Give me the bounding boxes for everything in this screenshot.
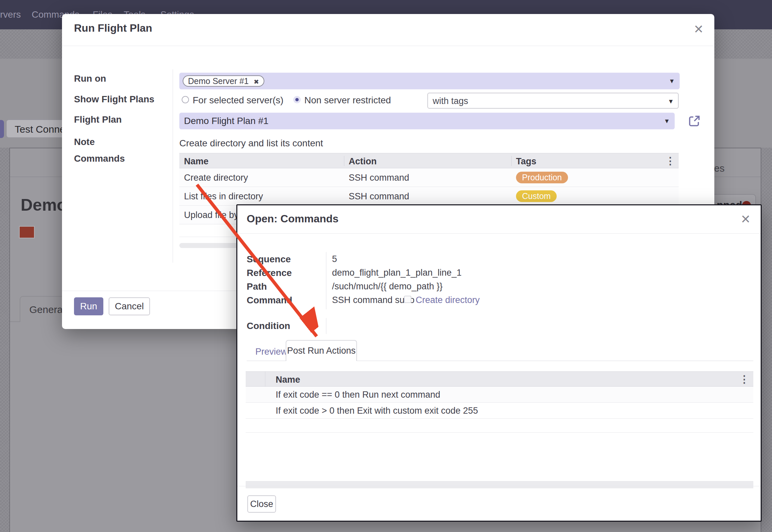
dialog-title: Open: Commands <box>247 213 339 225</box>
show-flight-plans-label: Show Flight Plans <box>74 94 154 105</box>
with-tags-select[interactable]: with tags ▾ <box>427 93 679 109</box>
column-divider <box>511 156 512 166</box>
sudo-checkbox[interactable] <box>404 296 411 303</box>
run-on-label: Run on <box>74 73 106 84</box>
table-row[interactable]: Create directory SSH command Production <box>179 168 679 187</box>
table-scrollbar[interactable] <box>246 481 753 488</box>
chevron-down-icon[interactable]: ▾ <box>665 117 669 125</box>
cell-action: SSH command <box>349 191 409 202</box>
close-icon[interactable]: ✕ <box>694 23 704 35</box>
tab-post-run-actions-label: Post Run Actions <box>287 346 356 356</box>
notes-fragment-text: es <box>714 163 725 174</box>
server-color-swatch[interactable] <box>19 226 35 238</box>
external-link-icon[interactable] <box>687 114 701 128</box>
flight-plan-note: Create directory and list its content <box>179 138 323 149</box>
flight-plan-value: Demo Flight Plan #1 <box>184 116 269 126</box>
flight-plan-label: Flight Plan <box>74 114 122 125</box>
radio-for-selected-servers[interactable] <box>182 96 189 103</box>
label-column-separator <box>173 69 173 263</box>
cell-name: Upload file by <box>184 210 239 220</box>
table-row[interactable]: If exit code > 0 then Exit with custom e… <box>246 403 753 419</box>
col-name[interactable]: Name <box>276 375 300 385</box>
radio-non-server-restricted[interactable] <box>293 96 301 103</box>
command-value: SSH command sudo <box>332 295 415 305</box>
cell-name: If exit code > 0 then Exit with custom e… <box>276 406 478 416</box>
header-divider <box>237 233 761 234</box>
run-on-select[interactable]: Demo Server #1 ✖ ▾ <box>179 73 680 89</box>
sequence-value: 5 <box>332 254 337 264</box>
commands-table-header: Name Action Tags ⋮ <box>179 153 679 168</box>
col-action[interactable]: Action <box>349 156 377 167</box>
reference-value: demo_flight_plan_1_plan_line_1 <box>332 268 462 278</box>
command-link[interactable]: Create directory <box>416 295 480 305</box>
cell-action: SSH command <box>349 173 409 183</box>
cell-name: If exit code == 0 then Run next command <box>276 390 440 400</box>
header-divider <box>62 46 714 46</box>
cell-name: Create directory <box>184 173 248 183</box>
table-options-kebab-icon[interactable]: ⋮ <box>665 156 675 166</box>
table-row[interactable]: List files in directory SSH command Cust… <box>179 187 679 206</box>
remove-tag-icon[interactable]: ✖ <box>254 78 259 85</box>
chevron-down-icon[interactable]: ▾ <box>669 97 673 106</box>
post-run-actions-table: Name ⋮ If exit code == 0 then Run next c… <box>246 371 753 488</box>
footer-divider <box>237 486 761 486</box>
table-row-empty <box>246 419 753 433</box>
server-tag-label: Demo Server #1 <box>188 76 249 86</box>
chevron-down-icon[interactable]: ▾ <box>670 77 674 85</box>
radio-for-selected-servers-label[interactable]: For selected server(s) <box>193 95 283 106</box>
open-commands-dialog: Open: Commands ✕ Sequence 5 Reference de… <box>236 204 762 522</box>
flight-plan-select[interactable]: Demo Flight Plan #1 ▾ <box>179 113 675 129</box>
primary-button-fragment[interactable] <box>0 120 4 138</box>
command-label: Command <box>247 295 292 306</box>
column-divider <box>344 156 344 166</box>
with-tags-value: with tags <box>433 96 468 106</box>
tag-custom: Custom <box>516 190 557 202</box>
tab-post-run-actions[interactable]: Post Run Actions <box>286 340 357 361</box>
commands-label: Commands <box>74 153 125 164</box>
dialog-title: Run Flight Plan <box>74 22 152 34</box>
col-name[interactable]: Name <box>184 156 209 167</box>
col-tags[interactable]: Tags <box>516 156 536 167</box>
sequence-label: Sequence <box>247 254 291 265</box>
tag-production: Production <box>516 172 568 183</box>
run-button[interactable]: Run <box>74 297 103 315</box>
table-row[interactable]: If exit code == 0 then Run next command <box>246 387 753 403</box>
cancel-button[interactable]: Cancel <box>109 297 150 315</box>
screen: es pped Demo Reference URL General Partn… <box>0 0 772 532</box>
handle-column-divider <box>265 372 265 387</box>
close-icon[interactable]: ✕ <box>741 213 751 225</box>
server-page-title: Demo <box>21 195 67 215</box>
tab-general-label: General <box>29 304 65 315</box>
note-label: Note <box>74 137 95 147</box>
post-run-table-header: Name ⋮ <box>246 371 753 387</box>
close-button[interactable]: Close <box>247 495 276 513</box>
path-label: Path <box>247 281 267 292</box>
reference-label: Reference <box>247 268 292 278</box>
condition-label: Condition <box>247 321 290 331</box>
radio-non-server-restricted-label[interactable]: Non server restricted <box>304 95 391 106</box>
cell-name: List files in directory <box>184 191 263 202</box>
label-column-separator <box>326 318 326 334</box>
nav-item-servers[interactable]: Servers <box>0 9 21 20</box>
table-options-kebab-icon[interactable]: ⋮ <box>739 374 749 384</box>
label-column-separator <box>326 252 326 309</box>
path-value: /such/much/{{ demo_path }} <box>332 281 443 292</box>
server-tag-chip[interactable]: Demo Server #1 ✖ <box>183 75 264 87</box>
